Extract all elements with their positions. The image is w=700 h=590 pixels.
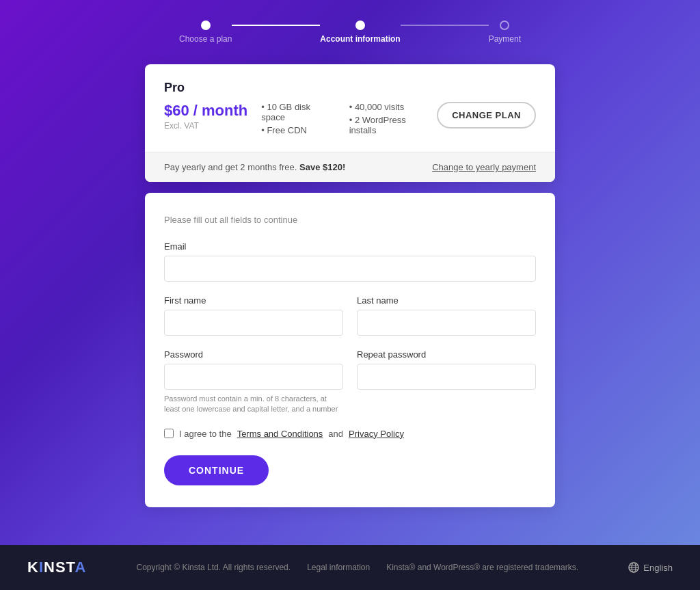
language-label[interactable]: English bbox=[643, 563, 673, 573]
footer-trademark: Kinsta® and WordPress® are registered tr… bbox=[386, 563, 578, 572]
first-name-input[interactable] bbox=[164, 310, 343, 336]
plan-price: $60 / month bbox=[164, 102, 247, 120]
terms-checkbox[interactable] bbox=[164, 429, 174, 438]
step-account-info: Account information bbox=[320, 21, 400, 44]
step-payment: Payment bbox=[489, 21, 521, 44]
footer-links: Copyright © Kinsta Ltd. All rights reser… bbox=[137, 563, 579, 572]
terms-text: I agree to the bbox=[179, 429, 232, 439]
footer-copyright: Copyright © Kinsta Ltd. All rights reser… bbox=[137, 563, 291, 572]
repeat-password-group: Repeat password bbox=[357, 349, 536, 415]
plan-feature-cdn: • Free CDN bbox=[261, 125, 335, 135]
last-name-input[interactable] bbox=[357, 310, 536, 336]
yearly-banner-text: Pay yearly and get 2 months free. Save $… bbox=[164, 162, 345, 172]
plan-price-block: $60 / month Excl. VAT bbox=[164, 102, 247, 131]
progress-bar: Choose a plan Account information Paymen… bbox=[179, 21, 521, 44]
step-circle-2 bbox=[355, 21, 365, 30]
password-input[interactable] bbox=[164, 364, 343, 390]
step-circle-3 bbox=[500, 21, 509, 30]
plan-features-col1: • 10 GB disk space • Free CDN bbox=[261, 102, 335, 135]
password-row: Password Password must contain a min. of… bbox=[164, 349, 536, 415]
footer-language: English bbox=[628, 562, 673, 573]
yearly-banner: Pay yearly and get 2 months free. Save $… bbox=[145, 152, 555, 182]
name-row: First name Last name bbox=[164, 295, 536, 336]
step-choose-plan: Choose a plan bbox=[179, 21, 232, 44]
footer-logo: KINSTA bbox=[27, 559, 86, 576]
repeat-password-input[interactable] bbox=[357, 364, 536, 390]
plan-feature-disk: • 10 GB disk space bbox=[261, 102, 335, 122]
first-name-group: First name bbox=[164, 295, 343, 336]
plan-features-col2: • 40,000 visits • 2 WordPress installs bbox=[349, 102, 423, 135]
plan-info: Pro $60 / month Excl. VAT • 10 GB disk s… bbox=[145, 64, 555, 152]
plan-details-row: $60 / month Excl. VAT • 10 GB disk space… bbox=[164, 102, 536, 135]
footer-legal-link[interactable]: Legal information bbox=[307, 563, 370, 572]
globe-icon bbox=[628, 562, 639, 573]
email-input[interactable] bbox=[164, 256, 536, 282]
privacy-policy-link[interactable]: Privacy Policy bbox=[349, 429, 404, 439]
change-plan-button[interactable]: CHANGE PLAN bbox=[437, 102, 536, 129]
continue-button[interactable]: CONTINUE bbox=[164, 455, 269, 485]
last-name-label: Last name bbox=[357, 295, 536, 306]
form-subtitle: Please fill out all fields to continue bbox=[164, 215, 536, 225]
repeat-password-label: Repeat password bbox=[357, 349, 536, 360]
step-label-1: Choose a plan bbox=[179, 34, 232, 44]
and-text: and bbox=[328, 429, 343, 439]
plan-excl-vat: Excl. VAT bbox=[164, 121, 247, 131]
plan-card: Pro $60 / month Excl. VAT • 10 GB disk s… bbox=[145, 64, 555, 182]
password-hint: Password must contain a min. of 8 charac… bbox=[164, 394, 343, 415]
plan-feature-installs: • 2 WordPress installs bbox=[349, 115, 423, 135]
step-label-3: Payment bbox=[489, 34, 521, 44]
password-group: Password Password must contain a min. of… bbox=[164, 349, 343, 415]
email-label: Email bbox=[164, 241, 536, 252]
connector-2 bbox=[401, 25, 489, 26]
step-circle-1 bbox=[201, 21, 211, 30]
step-label-2: Account information bbox=[320, 34, 400, 44]
plan-feature-visits: • 40,000 visits bbox=[349, 102, 423, 112]
yearly-payment-link[interactable]: Change to yearly payment bbox=[432, 162, 536, 172]
terms-link[interactable]: Terms and Conditions bbox=[237, 429, 323, 439]
first-name-label: First name bbox=[164, 295, 343, 306]
plan-name: Pro bbox=[164, 81, 536, 95]
form-card: Please fill out all fields to continue E… bbox=[145, 193, 555, 507]
kinsta-brand: KINSTA bbox=[27, 559, 86, 576]
terms-row: I agree to the Terms and Conditions and … bbox=[164, 429, 536, 439]
email-group: Email bbox=[164, 241, 536, 282]
last-name-group: Last name bbox=[357, 295, 536, 336]
password-label: Password bbox=[164, 349, 343, 360]
footer: KINSTA Copyright © Kinsta Ltd. All right… bbox=[0, 545, 700, 590]
connector-1 bbox=[232, 25, 320, 26]
